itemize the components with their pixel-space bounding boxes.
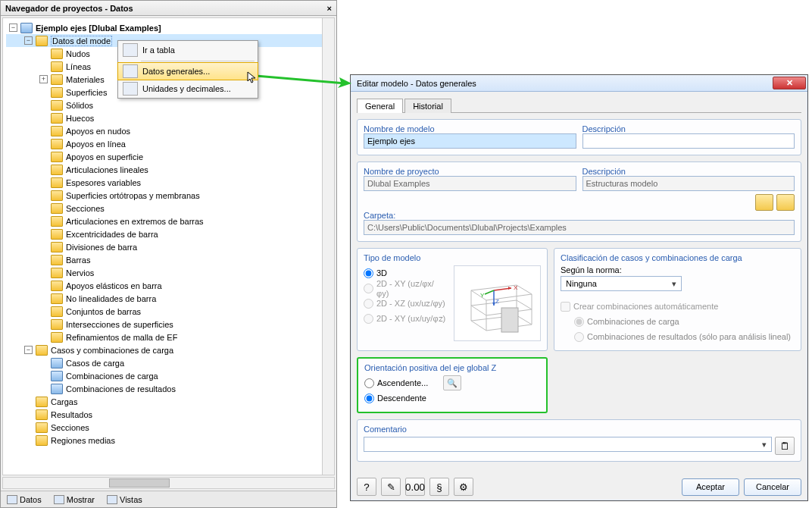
navigator-titlebar: Navegador de proyectos - Datos ×: [1, 1, 336, 16]
project-icon: [20, 23, 33, 33]
model-type-label: Tipo de modelo: [364, 253, 541, 262]
navigator-title: Navegador de proyectos - Datos: [5, 4, 133, 13]
norm-combo[interactable]: Ninguna▾: [561, 276, 682, 291]
folder-icon: [36, 422, 48, 433]
tree-item[interactable]: Divisiones de barra: [6, 240, 331, 253]
tab-datos[interactable]: Datos: [4, 494, 45, 506]
folder-icon: [51, 126, 63, 136]
help-button[interactable]: ?: [357, 478, 376, 496]
folder-icon: [51, 255, 63, 265]
project-desc-input: [582, 176, 795, 191]
auto-combo-check[interactable]: Crear combinaciones automáticamente: [561, 299, 795, 314]
units-button[interactable]: 0.00: [405, 478, 425, 496]
norm-button[interactable]: §: [429, 478, 449, 496]
zoom-icon[interactable]: 🔍: [443, 375, 461, 390]
data-icon: [7, 495, 17, 504]
collapse-icon[interactable]: −: [9, 24, 17, 32]
tree-item[interactable]: Secciones: [6, 421, 331, 434]
misc-button[interactable]: ⚙: [454, 478, 473, 496]
project-name-input: [364, 176, 576, 191]
radio-ascending[interactable]: Ascendente...: [364, 375, 428, 390]
tree-root[interactable]: − Ejemplo ejes [Dlubal Examples]: [6, 21, 331, 34]
menu-general-data[interactable]: Datos generales...: [117, 62, 258, 80]
ok-button[interactable]: Aceptar: [682, 478, 739, 496]
folder-icon: [51, 293, 63, 304]
units-icon: [123, 82, 138, 96]
comment-label: Comentario: [364, 425, 795, 434]
edit-model-dialog: Editar modelo - Datos generales ✕ Genera…: [350, 74, 808, 501]
tree-item[interactable]: Apoyos en línea: [6, 137, 331, 150]
table-icon: [123, 43, 138, 57]
radio-2d-xy[interactable]: 2D - XY (uᴢ/φx/φy): [364, 281, 446, 296]
tree-item[interactable]: Excentricidades de barra: [6, 227, 331, 240]
tree-item[interactable]: Sólidos: [6, 99, 331, 111]
folder-icon: [51, 216, 63, 227]
vertical-scrollbar[interactable]: [322, 18, 334, 475]
description-input[interactable]: [582, 133, 795, 149]
collapse-icon[interactable]: −: [24, 346, 33, 354]
tree-cases[interactable]: − Casos y combinaciones de carga: [6, 343, 331, 356]
case-icon: [51, 358, 63, 368]
folder-path: [364, 220, 795, 235]
tree-item[interactable]: Regiones medias: [6, 434, 331, 447]
folder-icon: [51, 100, 63, 111]
chevron-down-icon: ▾: [669, 279, 679, 289]
folder-icon: [51, 49, 63, 59]
tree-item[interactable]: Combinaciones de carga: [6, 369, 331, 382]
comment-combo[interactable]: ▾: [364, 437, 772, 452]
tree-item[interactable]: Casos de carga: [6, 356, 331, 369]
tree-item[interactable]: Resultados: [6, 408, 331, 421]
svg-marker-5: [508, 287, 511, 290]
folder-icon: [36, 435, 48, 446]
tab-historial[interactable]: Historial: [404, 99, 451, 113]
folder-icon: [51, 152, 63, 162]
tree-item[interactable]: Superficies ortótropas y membranas: [6, 189, 331, 202]
folder-icon: [51, 281, 63, 291]
tree-item[interactable]: Espesores variables: [6, 176, 331, 189]
tree-item[interactable]: Apoyos en superficie: [6, 150, 331, 163]
tree-item[interactable]: Nervios: [6, 266, 331, 279]
project-settings-button[interactable]: [776, 194, 795, 211]
comment-pick-button[interactable]: 🗒: [775, 437, 795, 455]
folder-icon: [36, 36, 48, 46]
tree-item[interactable]: Intersecciones de superficies: [6, 318, 331, 331]
tree-item[interactable]: Combinaciones de resultados: [6, 382, 331, 395]
tab-mostrar[interactable]: Mostrar: [51, 494, 98, 506]
tree-item[interactable]: Articulaciones lineales: [6, 163, 331, 176]
cancel-button[interactable]: Cancelar: [744, 478, 801, 496]
close-icon[interactable]: ×: [327, 4, 332, 13]
tree-item[interactable]: No linealidades de barra: [6, 292, 331, 305]
collapse-icon[interactable]: −: [24, 36, 33, 45]
horizontal-scrollbar[interactable]: [2, 477, 335, 489]
expand-icon[interactable]: +: [39, 75, 48, 83]
tree-item[interactable]: Cargas: [6, 395, 331, 408]
data-icon: [123, 64, 138, 78]
tab-vistas[interactable]: Vistas: [104, 494, 145, 506]
folder-icon: [36, 409, 48, 420]
description-label: Descripción: [582, 124, 795, 133]
tree-item[interactable]: Apoyos en nudos: [6, 124, 331, 137]
tree-item[interactable]: Apoyos elásticos en barra: [6, 279, 331, 292]
dialog-close-button[interactable]: ✕: [773, 77, 806, 89]
model-name-input[interactable]: [364, 133, 576, 149]
tab-general[interactable]: General: [357, 99, 403, 113]
edit-button[interactable]: ✎: [381, 478, 401, 496]
radio-2d-xy2[interactable]: 2D - XY (ux/uy/φᴢ): [364, 311, 446, 326]
menu-units[interactable]: Unidades y decimales...: [118, 80, 258, 98]
tree-item[interactable]: Secciones: [6, 202, 331, 215]
tree-item[interactable]: Refinamientos de malla de EF: [6, 331, 331, 343]
tree-item[interactable]: Conjuntos de barras: [6, 305, 331, 318]
folder-icon: [36, 397, 48, 407]
menu-go-table[interactable]: Ir a tabla: [118, 41, 258, 59]
svg-text:Z: Z: [495, 298, 499, 305]
tree-item[interactable]: Articulaciones en extremos de barras: [6, 215, 331, 227]
chevron-down-icon: ▾: [759, 440, 770, 450]
tree-item[interactable]: Huecos: [6, 111, 331, 124]
folder-icon: [51, 306, 63, 317]
browse-button[interactable]: [755, 194, 773, 211]
dialog-titlebar[interactable]: Editar modelo - Datos generales ✕: [351, 75, 807, 92]
tree-item[interactable]: Barras: [6, 253, 331, 266]
radio-descending[interactable]: Descendente: [364, 390, 540, 406]
radio-2d-xz[interactable]: 2D - XZ (ux/uᴢ/φy): [364, 296, 446, 311]
combo-results-radio: Combinaciones de resultados (sólo para a…: [574, 329, 795, 344]
